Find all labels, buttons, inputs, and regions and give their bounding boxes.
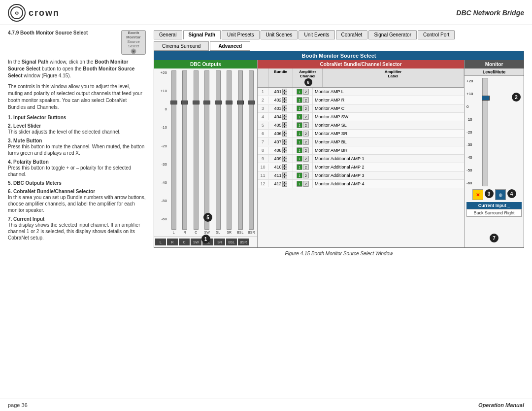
ch-btn-2[interactable]: 2 xyxy=(303,164,309,170)
tab-unit-events[interactable]: Unit Events xyxy=(299,30,334,39)
bundle-spinner[interactable]: ▲ ▼ xyxy=(282,181,287,187)
bundle-spinner[interactable]: ▲ ▼ xyxy=(282,122,287,128)
fader-slot-L[interactable] xyxy=(171,70,176,230)
fader-slot-C[interactable] xyxy=(194,70,199,230)
cobra-sub-header: Bundle Amplifier Channel 6 Amplifier Lab… xyxy=(258,68,464,88)
fader-slot-SR[interactable] xyxy=(227,70,232,230)
ch-btn-SW[interactable]: SW xyxy=(191,239,201,245)
ch-btn-2[interactable]: 2 xyxy=(303,181,309,187)
ch-btn-2[interactable]: 2 xyxy=(303,105,309,111)
spin-down[interactable]: ▼ xyxy=(282,125,287,128)
fader-handle-L[interactable] xyxy=(170,101,177,104)
fader-handle-SR[interactable] xyxy=(226,101,233,104)
row-channel: 1 2 xyxy=(293,155,313,163)
tab-unit-presets[interactable]: Unit Presets xyxy=(222,30,259,39)
subtab-advanced[interactable]: Advanced xyxy=(210,41,250,51)
bundle-spinner[interactable]: ▲ ▼ xyxy=(282,139,287,145)
fader-slot-BSL[interactable] xyxy=(238,70,243,230)
fader-handle-SW[interactable] xyxy=(203,101,210,104)
svg-text:⚙: ⚙ xyxy=(15,11,19,16)
ch-btn-2[interactable]: 2 xyxy=(303,114,309,120)
fader-handle-SL[interactable] xyxy=(215,101,222,104)
row-channel: 1 2 xyxy=(293,104,313,112)
ch-btn-L[interactable]: L xyxy=(155,239,166,245)
ch-btn-1[interactable]: 1 xyxy=(297,131,302,137)
spin-down[interactable]: ▼ xyxy=(282,159,287,162)
polarity-button[interactable]: ⊕ xyxy=(495,189,506,200)
ch-btn-1[interactable]: 1 xyxy=(297,147,302,153)
ch-btn-1[interactable]: 1 xyxy=(297,97,302,103)
bundle-spinner[interactable]: ▲ ▼ xyxy=(282,97,287,103)
bundle-spinner[interactable]: ▲ ▼ xyxy=(282,105,287,111)
monitor-track[interactable] xyxy=(482,78,488,186)
current-input-value: Back Surround Right xyxy=(466,209,522,217)
ch-btn-1[interactable]: 1 xyxy=(297,114,302,120)
bundle-spinner[interactable]: ▲ ▼ xyxy=(282,164,287,170)
fader-slot-SL[interactable] xyxy=(216,70,221,230)
ch-btn-1[interactable]: 1 xyxy=(297,172,302,178)
ch-btn-2[interactable]: 2 xyxy=(303,97,309,103)
tab-control-port[interactable]: Control Port xyxy=(418,30,455,39)
bundle-spinner[interactable]: ▲ ▼ xyxy=(282,131,287,137)
row-channel: 1 2 xyxy=(293,180,313,188)
spin-down[interactable]: ▼ xyxy=(282,150,287,153)
ch-btn-2[interactable]: 2 xyxy=(303,139,309,145)
ch-btn-C[interactable]: C xyxy=(179,239,190,245)
fader-handle-BSL[interactable] xyxy=(237,101,244,104)
spin-down[interactable]: ▼ xyxy=(282,167,287,170)
ch-btn-2[interactable]: 2 xyxy=(303,122,309,128)
mute-button[interactable]: ✕ xyxy=(472,189,483,200)
bundle-spinner[interactable]: ▲ ▼ xyxy=(282,156,287,162)
spin-down[interactable]: ▼ xyxy=(282,108,287,111)
brand-name: crown xyxy=(29,8,60,18)
ch-btn-SR[interactable]: SR xyxy=(214,239,225,245)
ch-btn-R[interactable]: R xyxy=(167,239,178,245)
ch-btn-1[interactable]: 1 xyxy=(297,156,302,162)
spin-down[interactable]: ▼ xyxy=(282,175,287,178)
ch-btn-2[interactable]: 2 xyxy=(303,156,309,162)
monitor-slider-thumb[interactable] xyxy=(482,96,490,101)
ch-btn-1[interactable]: 1 xyxy=(297,181,302,187)
ch-btn-1[interactable]: 1 xyxy=(297,164,302,170)
bundle-spinner[interactable]: ▲ ▼ xyxy=(282,89,287,95)
ch-btn-1[interactable]: 1 xyxy=(297,105,302,111)
spin-down[interactable]: ▼ xyxy=(282,134,287,137)
tab-cobranet[interactable]: CobraNet xyxy=(336,30,368,39)
fader-slot-R[interactable] xyxy=(182,70,187,230)
spin-down[interactable]: ▼ xyxy=(282,100,287,103)
spin-down[interactable]: ▼ xyxy=(282,184,287,187)
ch-btn-2[interactable]: 2 xyxy=(303,131,309,137)
bundle-spinner[interactable]: ▲ ▼ xyxy=(282,147,287,153)
ch-btn-1[interactable]: 1 xyxy=(297,122,302,128)
tab-signal-path[interactable]: Signal Path xyxy=(183,30,221,39)
subtab-cinema-surround[interactable]: Cinema Surround xyxy=(154,41,209,51)
dbc-header: DBC Outputs xyxy=(154,60,257,68)
fader-slot-SW[interactable] xyxy=(204,70,209,230)
ch-btn-2[interactable]: 2 xyxy=(303,172,309,178)
fader-area: +20 +10 0 -10 -20 -30 -40 -50 -60 xyxy=(154,68,257,236)
annotation-7: 7 xyxy=(490,234,499,242)
cobra-row: 7 407 ▲ ▼ 1 2 Monitor AMP BL xyxy=(258,138,464,146)
ch-btn-2[interactable]: 2 xyxy=(303,147,309,153)
ch-btn-BSL[interactable]: BSL xyxy=(226,239,237,245)
tab-unit-scenes[interactable]: Unit Scenes xyxy=(261,30,298,39)
row-label: Monitor AMP BR xyxy=(313,147,464,154)
ch-btn-BSR[interactable]: BSR xyxy=(238,239,249,245)
tab-general[interactable]: General xyxy=(154,30,182,39)
fader-handle-C[interactable] xyxy=(193,101,200,104)
spin-down[interactable]: ▼ xyxy=(282,92,287,95)
ch-btn-1[interactable]: 1 xyxy=(297,139,302,145)
fader-handle-BSR[interactable] xyxy=(248,101,255,104)
spin-down[interactable]: ▼ xyxy=(282,142,287,145)
fader-label-R: R xyxy=(184,231,186,234)
ch-btn-1[interactable]: 1 xyxy=(297,89,302,95)
logo-icon: ⚙ xyxy=(8,4,26,22)
bundle-spinner[interactable]: ▲ ▼ xyxy=(282,172,287,178)
faders: L R xyxy=(168,68,257,236)
fader-slot-BSR[interactable] xyxy=(249,70,254,230)
spin-down[interactable]: ▼ xyxy=(282,117,287,120)
bundle-spinner[interactable]: ▲ ▼ xyxy=(282,114,287,120)
fader-handle-R[interactable] xyxy=(181,101,188,104)
ch-btn-2[interactable]: 2 xyxy=(303,89,309,95)
tab-signal-gen[interactable]: Signal Generator xyxy=(368,30,417,39)
